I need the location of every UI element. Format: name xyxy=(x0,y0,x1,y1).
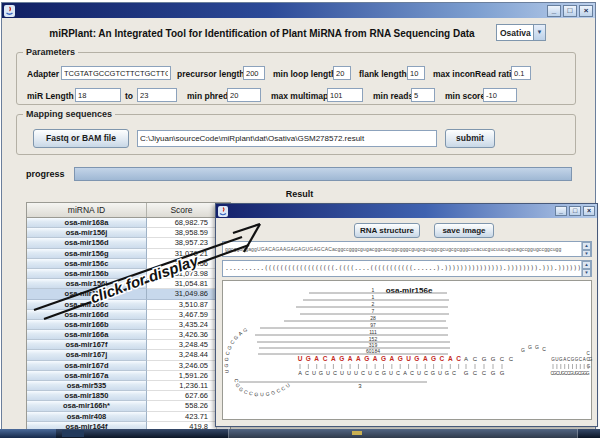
main-titlebar[interactable]: _ □ × xyxy=(2,3,595,18)
table-row[interactable]: osa-mir167d3,246.05 xyxy=(27,361,230,371)
fastq-or-bam-file-button[interactable]: Fastq or BAM file xyxy=(33,129,129,148)
svg-text:C: C xyxy=(440,355,445,362)
mirna-id-cell[interactable]: osa-mir156i xyxy=(27,279,147,289)
mirna-id-cell[interactable]: osa-mir535 xyxy=(27,381,147,391)
table-row[interactable]: osa-mir1850627.66 xyxy=(27,391,230,401)
mirna-id-cell[interactable]: osa-mir156c xyxy=(27,259,147,269)
table-row[interactable]: osa-mir168a68,982.75 xyxy=(27,218,230,228)
table-row[interactable]: osa-mir5351,236.11 xyxy=(27,381,230,391)
submit-button[interactable]: submit xyxy=(445,129,495,148)
column-header-mirna-id[interactable]: miRNA ID xyxy=(27,203,147,217)
close-icon[interactable]: × xyxy=(583,206,595,216)
species-select[interactable]: Osativa ▼ xyxy=(496,24,546,41)
table-row[interactable]: osa-mir156e31,049.86 xyxy=(27,289,230,299)
table-row[interactable]: osa-mir408423.71 xyxy=(27,412,230,422)
scroll-up-icon[interactable]: ▲ xyxy=(582,242,591,250)
score-cell: 1,236.11 xyxy=(147,381,217,391)
svg-text:G: G xyxy=(464,370,469,376)
quick-launch[interactable] xyxy=(62,430,84,437)
table-row[interactable]: osa-mir167j3,248.44 xyxy=(27,350,230,360)
mirna-id-cell[interactable]: osa-mir167j xyxy=(27,350,147,360)
maximize-icon[interactable]: □ xyxy=(563,5,577,17)
table-row[interactable]: osa-mir156i31,054.81 xyxy=(27,279,230,289)
mirna-id-cell[interactable]: osa-mir166c xyxy=(27,300,147,310)
start-button[interactable] xyxy=(0,429,56,438)
mirna-id-cell[interactable]: osa-mir168a xyxy=(27,218,147,228)
mirna-id-cell[interactable]: osa-mir156b xyxy=(27,269,147,279)
scroll-down-icon[interactable]: ▼ xyxy=(582,250,591,257)
mirna-id-cell[interactable]: osa-mir166h* xyxy=(27,401,147,411)
mir-length-to-input[interactable] xyxy=(137,88,177,102)
table-row[interactable]: osa-mir156g31,076.21 xyxy=(27,249,230,259)
mirna-id-cell[interactable]: osa-mir167d xyxy=(27,361,147,371)
min-reads-input[interactable] xyxy=(411,88,435,102)
svg-text:G: G xyxy=(398,355,403,362)
max-multimap-input[interactable] xyxy=(327,88,363,102)
table-row[interactable]: osa-mir166c3,510.87 xyxy=(27,300,230,310)
svg-text:A: A xyxy=(373,355,378,362)
svg-text:C: C xyxy=(361,370,365,376)
mirna-id-cell[interactable]: osa-mir156e xyxy=(27,289,147,299)
svg-text:A: A xyxy=(389,355,394,362)
table-row[interactable]: osa-mir156d38,957.23 xyxy=(27,238,230,248)
adapter-label: Adapter xyxy=(27,69,59,79)
table-row[interactable]: osa-mir156b31,073.98 xyxy=(27,269,230,279)
svg-text:U: U xyxy=(555,357,558,362)
save-image-button[interactable]: save image xyxy=(434,223,494,238)
sequence-field[interactable]: ggcgguggaggUGACAGAAGAGAGUGAGCACacggccggg… xyxy=(222,241,592,257)
svg-text:A: A xyxy=(464,356,468,362)
min-phred-label: min phred xyxy=(187,91,228,101)
adapter-input[interactable] xyxy=(61,66,171,80)
maximize-icon[interactable]: □ xyxy=(569,206,581,216)
table-row[interactable]: osa-mir166a3,426.36 xyxy=(27,330,230,340)
close-icon[interactable]: × xyxy=(579,5,593,17)
sequence-scrollbar[interactable]: ▲ ▼ xyxy=(581,242,591,256)
mirna-id-cell[interactable]: osa-mir1850 xyxy=(27,391,147,401)
minimize-icon[interactable]: _ xyxy=(555,206,567,216)
scroll-up-icon[interactable]: ▲ xyxy=(582,261,591,269)
table-row[interactable]: osa-mir156c31,074.56 xyxy=(27,259,230,269)
rna-structure-button[interactable]: RNA structure xyxy=(354,223,420,238)
table-row[interactable]: osa-mir167a1,591.26 xyxy=(27,371,230,381)
mirna-id-cell[interactable]: osa-mir156g xyxy=(27,249,147,259)
precursor-length-input[interactable] xyxy=(243,66,265,80)
svg-text:C: C xyxy=(542,346,546,352)
chevron-down-icon[interactable]: ▼ xyxy=(533,25,545,40)
file-path-input[interactable] xyxy=(137,130,437,147)
svg-text:U: U xyxy=(354,370,358,376)
popup-titlebar[interactable]: _ □ × xyxy=(216,204,597,218)
to-label: to xyxy=(125,91,133,101)
mir-length-from-input[interactable] xyxy=(75,88,121,102)
mirna-id-cell[interactable]: osa-mir166a xyxy=(27,330,147,340)
taskbar-window-button[interactable] xyxy=(228,429,578,438)
table-row[interactable]: osa-mir156j38,958.59 xyxy=(27,228,230,238)
score-cell: 3,248.44 xyxy=(147,350,217,360)
min-score-input[interactable] xyxy=(483,88,517,102)
column-header-score[interactable]: Score xyxy=(147,203,217,217)
mirna-id-cell[interactable]: osa-mir167a xyxy=(27,371,147,381)
minimize-icon[interactable]: _ xyxy=(547,5,561,17)
svg-text:3: 3 xyxy=(358,383,362,389)
max-inconread-ratio-input[interactable] xyxy=(511,66,531,80)
table-row[interactable]: osa-mir166b3,435.24 xyxy=(27,320,230,330)
min-score-label: min score xyxy=(445,91,485,101)
mirna-id-cell[interactable]: osa-mir167f xyxy=(27,340,147,350)
svg-text:1: 1 xyxy=(372,294,375,300)
mirna-id-cell[interactable]: osa-mir156d xyxy=(27,238,147,248)
table-row[interactable]: osa-mir166d3,467.59 xyxy=(27,310,230,320)
score-cell: 68,982.75 xyxy=(147,218,217,228)
flank-length-input[interactable] xyxy=(407,66,425,80)
scroll-down-icon[interactable]: ▼ xyxy=(582,269,591,277)
min-phred-input[interactable] xyxy=(227,88,261,102)
dot-bracket-scrollbar[interactable]: ▲ ▼ xyxy=(581,261,591,276)
mirna-id-cell[interactable]: osa-mir166b xyxy=(27,320,147,330)
table-row[interactable]: osa-mir166h*558.26 xyxy=(27,401,230,411)
mirna-id-cell[interactable]: osa-mir156j xyxy=(27,228,147,238)
mirna-id-cell[interactable]: osa-mir408 xyxy=(27,412,147,422)
dot-bracket-field[interactable]: ..........((((((((((((((((((.((((....(((… xyxy=(222,260,592,277)
mirna-id-cell[interactable]: osa-mir166d xyxy=(27,310,147,320)
min-reads-label: min reads xyxy=(373,91,413,101)
min-loop-length-input[interactable] xyxy=(333,66,351,80)
svg-text:G: G xyxy=(364,355,369,362)
table-row[interactable]: osa-mir167f3,248.45 xyxy=(27,340,230,350)
